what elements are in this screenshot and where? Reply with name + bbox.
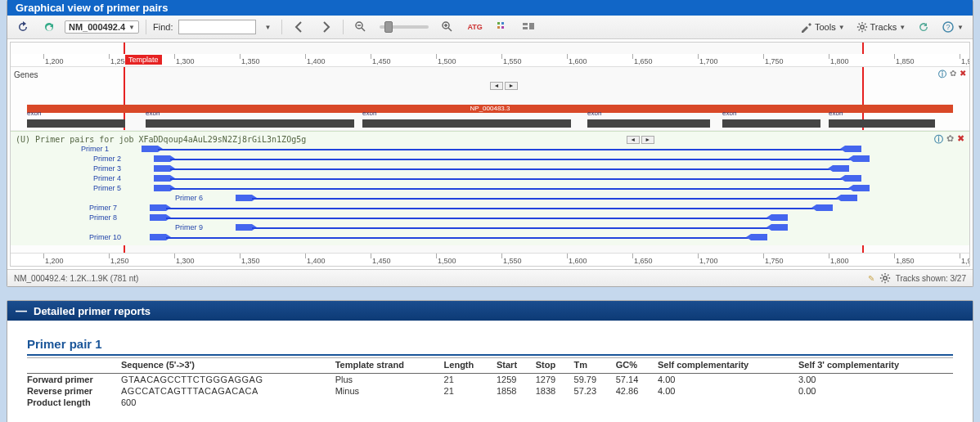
cell-gc: 42.86 (616, 385, 658, 397)
col-strand: Template strand (335, 358, 444, 374)
collapse-icon[interactable]: ◄ (627, 136, 640, 144)
zoom-out-icon[interactable] (350, 18, 371, 36)
forward-primer-arrow[interactable] (154, 175, 170, 182)
collapse-icon[interactable]: ◄ (490, 82, 503, 90)
tools-menu[interactable]: Tools ▼ (795, 18, 849, 36)
pencil-icon[interactable]: ✎ (868, 274, 874, 283)
primer-row[interactable]: Primer 3 (27, 165, 953, 175)
close-icon[interactable]: ✖ (957, 133, 964, 146)
product-length-label: Product length (27, 397, 121, 408)
primer-table: Sequence (5'->3') Template strand Length… (27, 357, 953, 408)
forward-primer-arrow[interactable] (150, 234, 166, 240)
sequence-viewer[interactable]: Template 1,2001,2501,3001,3501,4001,4501… (10, 42, 970, 267)
reverse-primer-arrow[interactable] (771, 224, 788, 231)
reverse-primer-arrow[interactable] (751, 234, 767, 240)
forward-primer-arrow[interactable] (142, 146, 158, 152)
forward-primer-arrow[interactable] (236, 224, 252, 231)
primer-span-line (252, 198, 841, 200)
info-icon[interactable]: ⓘ (934, 133, 943, 146)
primer-span-line (170, 159, 853, 160)
exon-segment[interactable] (587, 119, 710, 128)
reverse-primer-arrow[interactable] (771, 214, 788, 221)
zoom-seq-icon[interactable]: ATG (463, 20, 486, 34)
forward-primer-arrow[interactable] (154, 185, 170, 191)
reverse-primer-arrow[interactable] (841, 195, 857, 201)
gear-icon[interactable]: ✿ (950, 69, 956, 80)
primer-row[interactable]: Primer 9 (27, 224, 953, 234)
graphical-panel-header: Graphical view of primer pairs (7, 0, 973, 16)
primer-row[interactable]: Primer 8 (27, 214, 953, 224)
close-icon[interactable]: ✖ (960, 69, 966, 80)
ruler-tick-label: 1,550 (503, 257, 522, 265)
ruler-tick-label: 1,350 (241, 257, 260, 265)
help-icon[interactable]: ?▼ (937, 18, 968, 36)
cell-tm: 57.23 (574, 385, 616, 397)
reverse-primer-arrow[interactable] (853, 155, 870, 162)
expand-icon[interactable]: ► (505, 82, 518, 90)
find-dropdown-icon[interactable]: ▼ (261, 21, 276, 34)
primer-row[interactable]: Primer 1 (27, 146, 953, 155)
ruler-tick-label: 1,700 (699, 57, 718, 65)
find-input[interactable] (178, 20, 256, 34)
primer-row[interactable]: Primer 2 (27, 155, 953, 165)
cell-start: 1259 (497, 374, 536, 386)
reverse-primer-arrow[interactable] (845, 175, 861, 182)
exon-segment[interactable] (722, 119, 820, 128)
info-icon[interactable]: ⓘ (938, 69, 946, 80)
primers-mini-controls: ◄ ► (627, 136, 654, 144)
reverse-primer-arrow[interactable] (853, 185, 870, 191)
expand-icon[interactable]: ► (641, 136, 654, 144)
col-selfcomp: Self complementarity (658, 358, 798, 374)
exon-segment[interactable] (829, 119, 935, 128)
exon-label: exon (27, 110, 41, 117)
accession-dropdown[interactable]: NM_000492.4 ▼ (65, 20, 139, 34)
col-gc: GC% (616, 358, 658, 374)
exon-segment[interactable] (27, 119, 125, 128)
panels-icon[interactable] (518, 18, 539, 36)
primer-row[interactable]: Primer 7 (27, 204, 953, 214)
svg-rect-4 (497, 26, 500, 29)
refresh-icon[interactable] (913, 18, 934, 36)
zoom-in-icon[interactable] (437, 18, 458, 36)
markers-icon[interactable] (492, 18, 513, 36)
nav-right-icon[interactable] (315, 18, 336, 36)
primer-row[interactable]: Primer 10 (27, 234, 953, 244)
cell-seq: AGCCATCAGTTTACAGACACA (121, 385, 335, 397)
genes-track-label: Genes (14, 70, 38, 79)
primer-row[interactable]: Primer 4 (27, 175, 953, 185)
ruler-tick-label: 1,300 (176, 257, 195, 265)
primer-label: Primer 6 (175, 194, 203, 202)
zoom-slider[interactable] (380, 25, 429, 29)
col-start: Start (497, 358, 536, 374)
primer-row[interactable]: Primer 5 (27, 185, 953, 195)
ruler-tick-label: 1,600 (569, 57, 587, 65)
product-length-value: 600 (121, 397, 335, 408)
ruler-bottom: 1,2001,2501,3001,3501,4001,4501,5001,550… (11, 253, 969, 266)
forward-primer-arrow[interactable] (154, 165, 170, 172)
range-label: NM_000492.4: 1.2K..1.9K (781 nt) (14, 274, 138, 283)
exon-label: exon (362, 110, 376, 117)
primer-span-line (158, 149, 845, 150)
forward-primer-arrow[interactable] (150, 214, 166, 221)
exon-segment[interactable] (362, 119, 571, 128)
primer-row[interactable]: Primer 6 (27, 195, 953, 204)
ruler-tick-label: 1,900 (961, 257, 970, 265)
row-label: Reverse primer (27, 385, 121, 397)
forward-primer-arrow[interactable] (236, 195, 252, 201)
gear-icon[interactable]: ✿ (946, 133, 954, 146)
tracks-menu[interactable]: Tracks ▼ (852, 19, 910, 35)
ruler-tick-label: 1,550 (503, 57, 522, 65)
nav-left-icon[interactable] (289, 18, 310, 36)
reload-icon[interactable] (38, 18, 60, 36)
exon-segment[interactable] (146, 119, 354, 128)
reverse-primer-arrow[interactable] (845, 146, 861, 152)
col-tm: Tm (574, 358, 616, 374)
back-history-icon[interactable] (12, 18, 34, 36)
table-row: Forward primer GTAACAGCCTTCTGGGAGGAG Plu… (27, 374, 953, 386)
gear-icon[interactable] (879, 272, 891, 284)
reverse-primer-arrow[interactable] (816, 204, 833, 211)
forward-primer-arrow[interactable] (150, 204, 166, 211)
collapse-toggle-icon[interactable]: — (16, 304, 27, 317)
reverse-primer-arrow[interactable] (833, 165, 849, 172)
forward-primer-arrow[interactable] (154, 155, 170, 162)
